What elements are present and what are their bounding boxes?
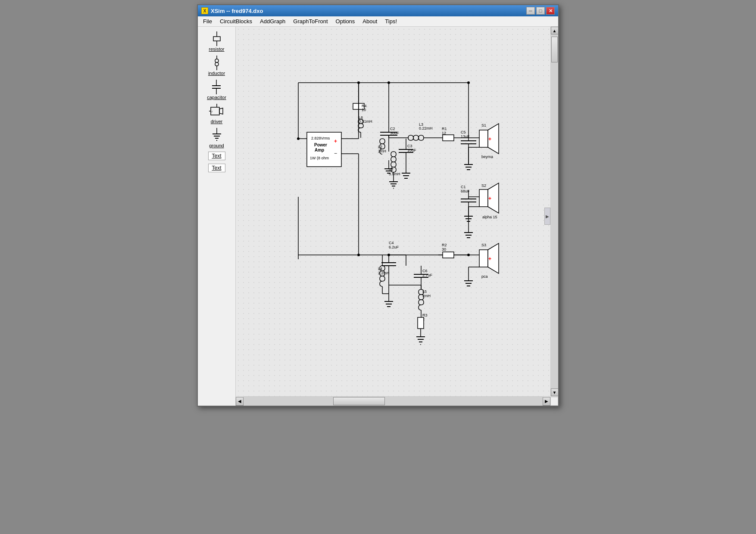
- capacitor-label: capacitor: [207, 95, 226, 100]
- svg-point-175: [467, 81, 470, 84]
- svg-text:C5: C5: [461, 130, 466, 134]
- svg-text:R3: R3: [422, 313, 428, 317]
- menu-tips[interactable]: Tips!: [381, 17, 400, 25]
- svg-text:beyma: beyma: [481, 155, 493, 159]
- scroll-track-v[interactable]: [551, 34, 558, 388]
- svg-text:alpha 15: alpha 15: [482, 215, 497, 219]
- svg-text:2mH: 2mH: [378, 149, 386, 153]
- svg-point-177: [357, 254, 360, 256]
- svg-text:+: +: [488, 136, 491, 142]
- svg-point-178: [387, 254, 390, 256]
- svg-text:S2: S2: [481, 183, 486, 188]
- svg-rect-56: [443, 135, 454, 141]
- svg-text:−: −: [334, 150, 337, 156]
- menu-graphtofront[interactable]: GraphToFront: [290, 17, 331, 25]
- svg-text:+: +: [488, 256, 491, 262]
- title-bar: X XSim -- fred974.dxo ─ □ ✕: [198, 5, 558, 16]
- vertical-scrollbar: ▲ ▼: [550, 27, 558, 396]
- sidebar-item-text1[interactable]: Text: [208, 152, 225, 160]
- svg-text:S3: S3: [481, 243, 486, 247]
- capacitor-icon: [208, 79, 225, 95]
- menu-bar: File CircuitBlocks AddGraph GraphToFront…: [198, 16, 558, 27]
- svg-text:+: +: [334, 138, 337, 144]
- menu-file[interactable]: File: [200, 17, 216, 25]
- resistor-icon: [208, 31, 225, 47]
- svg-text:Amp: Amp: [315, 148, 324, 152]
- svg-text:10uF: 10uF: [407, 148, 416, 152]
- svg-text:0.22mH: 0.22mH: [419, 126, 433, 130]
- bottom-bar: ◀ ▶: [236, 396, 558, 406]
- resistor-label: resistor: [209, 47, 224, 52]
- driver-label: driver: [211, 119, 223, 124]
- circuit-canvas[interactable]: 2.828Vrms Power Amp 1W (8 ohm + − R: [236, 27, 550, 396]
- svg-text:1W (8 ohm: 1W (8 ohm: [310, 156, 329, 160]
- sidebar-item-inductor[interactable]: inductor: [208, 55, 225, 76]
- sidebar-item-text2[interactable]: Text: [208, 164, 225, 172]
- svg-rect-139: [418, 317, 424, 329]
- sidebar: resistor inductor: [198, 27, 236, 406]
- svg-text:♪: ♪: [211, 110, 213, 113]
- sidebar-item-capacitor[interactable]: capacitor: [207, 79, 226, 100]
- menu-about[interactable]: About: [359, 17, 381, 25]
- svg-text:Power: Power: [314, 143, 327, 147]
- svg-text:10: 10: [362, 108, 366, 112]
- scroll-thumb-v[interactable]: [551, 37, 558, 62]
- ground-icon: [208, 127, 225, 143]
- svg-text:pca: pca: [481, 274, 488, 279]
- svg-text:S1: S1: [481, 123, 486, 127]
- sidebar-item-ground[interactable]: ground: [208, 127, 225, 148]
- svg-rect-0: [213, 37, 220, 41]
- maximize-button[interactable]: □: [536, 7, 545, 15]
- svg-text:0.51mH: 0.51mH: [359, 119, 372, 124]
- main-window: X XSim -- fred974.dxo ─ □ ✕ File Circuit…: [197, 4, 559, 407]
- svg-rect-115: [479, 250, 488, 267]
- svg-rect-65: [479, 130, 488, 147]
- svg-text:2.7uF: 2.7uF: [422, 273, 433, 277]
- svg-point-179: [467, 254, 470, 256]
- svg-rect-112: [443, 252, 454, 258]
- scroll-down-button[interactable]: ▼: [551, 388, 559, 396]
- svg-point-174: [387, 81, 390, 84]
- scroll-left-button[interactable]: ◀: [236, 397, 244, 406]
- menu-circuitblocks[interactable]: CircuitBlocks: [216, 17, 256, 25]
- svg-text:30uF: 30uF: [390, 131, 399, 135]
- menu-options[interactable]: Options: [332, 17, 359, 25]
- scroll-corner: [550, 397, 558, 406]
- app-icon: X: [201, 7, 208, 14]
- scroll-track-h[interactable]: [244, 397, 543, 406]
- driver-icon: ♪: [208, 103, 225, 119]
- svg-text:C6: C6: [422, 269, 428, 273]
- minimize-button[interactable]: ─: [526, 7, 535, 15]
- title-bar-left: X XSim -- fred974.dxo: [201, 7, 263, 14]
- svg-point-176: [297, 137, 300, 140]
- svg-text:30: 30: [442, 247, 446, 251]
- svg-text:C1: C1: [461, 185, 466, 189]
- svg-text:+: +: [488, 196, 491, 202]
- svg-text:C2: C2: [390, 127, 395, 131]
- svg-text:C3: C3: [407, 144, 412, 148]
- window-title: XSim -- fred974.dxo: [211, 8, 263, 14]
- svg-text:2.828Vrms: 2.828Vrms: [311, 136, 330, 140]
- scroll-up-button[interactable]: ▲: [551, 27, 559, 34]
- collapse-button[interactable]: ▶: [544, 208, 550, 225]
- svg-text:R1: R1: [442, 127, 447, 131]
- menu-addgraph[interactable]: AddGraph: [256, 17, 289, 25]
- svg-text:6.2uF: 6.2uF: [389, 245, 399, 249]
- ground-label: ground: [209, 143, 224, 148]
- scroll-right-button[interactable]: ▶: [543, 397, 550, 406]
- title-buttons: ─ □ ✕: [526, 7, 555, 15]
- close-button[interactable]: ✕: [546, 7, 555, 15]
- circuit-diagram: 2.828Vrms Power Amp 1W (8 ohm + − R: [236, 27, 550, 396]
- inductor-icon: [208, 55, 225, 71]
- scroll-thumb-h[interactable]: [333, 397, 385, 405]
- sidebar-item-driver[interactable]: ♪ driver: [208, 103, 225, 124]
- svg-text:C4: C4: [389, 241, 394, 245]
- sidebar-item-resistor[interactable]: resistor: [208, 31, 225, 52]
- svg-point-173: [357, 81, 360, 84]
- svg-rect-17: [236, 27, 550, 396]
- svg-rect-91: [479, 189, 488, 207]
- svg-text:R2: R2: [442, 243, 447, 247]
- inductor-label: inductor: [208, 71, 225, 76]
- main-area: resistor inductor: [198, 27, 558, 406]
